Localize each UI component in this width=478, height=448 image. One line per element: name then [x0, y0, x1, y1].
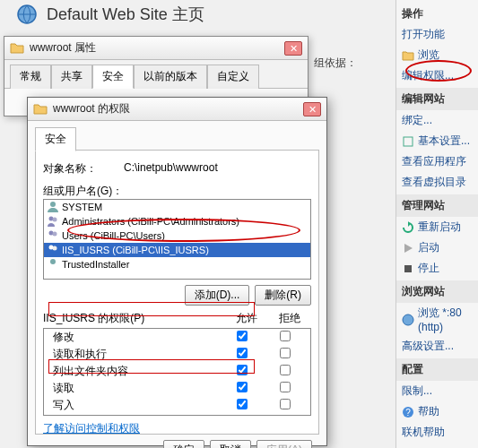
tab-sharing[interactable]: 共享 — [51, 65, 92, 89]
page-header: Default Web Site 主页 — [16, 4, 204, 25]
sidebar-group-browse-site: 浏览网站 — [396, 280, 478, 303]
object-name-label: 对象名称： — [43, 161, 124, 177]
ok-button[interactable]: 确定 — [163, 440, 204, 448]
deny-col-header: 拒绝 — [268, 311, 311, 326]
svg-point-8 — [50, 259, 56, 264]
permissions-dialog: wwwroot 的权限 ✕ 安全 对象名称： C:\inetpub\wwwroo… — [27, 97, 327, 446]
deny-checkbox[interactable] — [280, 331, 291, 341]
allow-checkbox[interactable] — [237, 348, 248, 358]
restart-icon — [402, 221, 414, 234]
settings-icon — [402, 135, 414, 148]
sidebar-item-open-feature[interactable]: 打开功能 — [396, 24, 478, 45]
deny-checkbox[interactable] — [280, 348, 291, 358]
folder-icon — [33, 102, 48, 116]
sidebar-item-browse-80[interactable]: 浏览 *:80 (http) — [396, 303, 478, 336]
groups-listbox[interactable]: SYSTEM Administrators (CiBill-PC\Adminis… — [43, 199, 311, 280]
sidebar-group-config: 配置 — [396, 358, 478, 381]
list-item: SYSTEM — [44, 200, 310, 214]
deny-checkbox[interactable] — [280, 382, 291, 392]
object-name-value: C:\inetpub\wwwroot — [124, 161, 218, 177]
permission-row: 写入 — [44, 397, 310, 414]
play-icon — [402, 242, 414, 254]
close-button[interactable]: ✕ — [284, 41, 302, 56]
sidebar-item-help[interactable]: ?帮助 — [396, 401, 478, 422]
svg-point-5 — [53, 232, 57, 237]
add-button[interactable]: 添加(D)... — [185, 285, 250, 306]
folder-open-icon — [402, 49, 414, 62]
svg-rect-9 — [404, 137, 413, 146]
permission-row: 修改 — [44, 329, 310, 346]
page-title: Default Web Site 主页 — [47, 4, 204, 25]
close-button[interactable]: ✕ — [303, 102, 321, 116]
permissions-title: wwwroot 的权限 — [53, 101, 298, 116]
deny-checkbox[interactable] — [280, 399, 291, 409]
user-icon — [47, 258, 59, 271]
permissions-for-label: IIS_IUSRS 的权限(P) — [43, 311, 225, 326]
actions-header: 操作 — [396, 4, 478, 24]
learn-access-control-link[interactable]: 了解访问控制和权限 — [43, 421, 140, 436]
svg-point-11 — [403, 314, 413, 325]
sidebar-item-view-vdirs[interactable]: 查看虚拟目录 — [396, 172, 478, 193]
properties-title: wwwroot 属性 — [30, 40, 279, 56]
sidebar-item-online-help[interactable]: 联机帮助 — [396, 422, 478, 443]
svg-point-3 — [53, 218, 57, 222]
permissions-titlebar: wwwroot 的权限 ✕ — [28, 98, 326, 121]
help-icon: ? — [402, 406, 414, 418]
sidebar-item-stop[interactable]: 停止 — [396, 258, 478, 279]
sidebar-item-view-apps[interactable]: 查看应用程序 — [396, 151, 478, 172]
list-item-selected: IIS_IUSRS (CiBill-PC\IIS_IUSRS) — [44, 243, 310, 257]
permission-row: 列出文件夹内容 — [44, 363, 310, 380]
actions-sidebar: 操作 打开功能 浏览 编辑权限... 编辑网站 绑定... 基本设置... 查看… — [395, 0, 478, 448]
svg-point-1 — [50, 202, 56, 207]
list-item: Users (CiBill-PC\Users) — [44, 228, 310, 243]
user-icon — [47, 201, 59, 213]
folder-icon — [10, 41, 24, 56]
cancel-button[interactable]: 取消 — [210, 440, 251, 448]
permission-row: 读取和执行 — [44, 346, 310, 363]
users-icon — [47, 244, 59, 256]
globe-icon — [402, 314, 414, 326]
remove-button[interactable]: 删除(R) — [255, 285, 311, 306]
sidebar-item-restart[interactable]: 重新启动 — [396, 217, 478, 237]
groups-label: 组或用户名(G)： — [43, 184, 311, 199]
group-by-label: 组依据： — [314, 56, 357, 71]
svg-point-7 — [53, 246, 57, 251]
tab-previous-versions[interactable]: 以前的版本 — [134, 65, 207, 89]
allow-checkbox[interactable] — [237, 365, 248, 375]
permission-name: 读取 — [48, 381, 221, 396]
allow-checkbox[interactable] — [237, 382, 248, 392]
permission-name: 读取和执行 — [48, 347, 221, 362]
sidebar-group-edit-site: 编辑网站 — [396, 88, 478, 110]
permission-name: 列出文件夹内容 — [48, 364, 221, 379]
permission-name: 修改 — [48, 330, 221, 345]
sidebar-item-explore[interactable]: 浏览 — [396, 45, 478, 65]
users-icon — [47, 215, 59, 228]
list-item: Administrators (CiBill-PC\Administrators… — [44, 214, 310, 228]
sidebar-group-manage-site: 管理网站 — [396, 194, 478, 217]
sidebar-item-start[interactable]: 启动 — [396, 237, 478, 258]
tab-security[interactable]: 安全 — [35, 127, 76, 151]
allow-checkbox[interactable] — [237, 331, 248, 341]
sidebar-item-bindings[interactable]: 绑定... — [396, 110, 478, 131]
security-panel: 对象名称： C:\inetpub\wwwroot 组或用户名(G)： SYSTE… — [35, 150, 319, 435]
users-icon — [47, 229, 59, 242]
allow-col-header: 允许 — [225, 311, 268, 326]
sidebar-item-limits[interactable]: 限制... — [396, 381, 478, 401]
properties-titlebar: wwwroot 属性 ✕ — [4, 37, 308, 60]
deny-checkbox[interactable] — [280, 365, 291, 375]
sidebar-item-edit-permissions[interactable]: 编辑权限... — [396, 65, 478, 86]
stop-icon — [402, 263, 414, 275]
properties-tabs: 常规 共享 安全 以前的版本 自定义 — [4, 60, 308, 89]
permission-row: 读取 — [44, 380, 310, 397]
allow-checkbox[interactable] — [237, 399, 248, 409]
sidebar-item-basic-settings[interactable]: 基本设置... — [396, 131, 478, 151]
sidebar-item-advanced[interactable]: 高级设置... — [396, 336, 478, 357]
tab-general[interactable]: 常规 — [10, 65, 51, 89]
svg-text:?: ? — [405, 408, 411, 418]
apply-button[interactable]: 应用(A) — [256, 440, 312, 448]
permission-name: 写入 — [48, 398, 221, 413]
list-item: TrustedInstaller — [44, 257, 310, 271]
tab-security[interactable]: 安全 — [92, 65, 134, 89]
permissions-listbox: 修改读取和执行列出文件夹内容读取写入 — [43, 328, 311, 416]
tab-customize[interactable]: 自定义 — [207, 65, 259, 89]
